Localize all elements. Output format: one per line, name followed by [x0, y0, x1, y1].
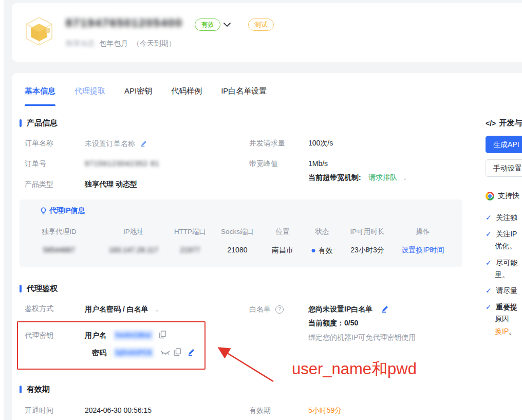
tip-text: 尽可能: [496, 259, 517, 267]
ip-masked: 183.147.28.117: [109, 246, 158, 254]
status-badge: 有效: [195, 19, 220, 31]
order-name-placeholder: 未设置订单名称: [85, 139, 135, 148]
proxy-ip-info-box: 代理IP信息 独享代理ID IP地址 HTTP端口 Socks端口 位置 状态 …: [20, 199, 462, 267]
status-cell: 有效: [312, 246, 333, 255]
sidebar-title-row: </> 开发与: [486, 118, 522, 128]
open-time-label: 开通时间: [25, 406, 53, 415]
whitelist-value-row: 您尚未设置IP白名单: [308, 304, 388, 314]
tip-item: ✓ 关注独: [486, 213, 517, 223]
tip-text: 重要提: [496, 303, 517, 311]
section-product-info: 产品信息: [20, 118, 58, 128]
order-id-title: 8719476501205400: [66, 16, 183, 30]
section-proxy-auth: 代理鉴权: [20, 284, 58, 294]
section-bar: [20, 119, 22, 127]
code-icon: </>: [486, 119, 496, 127]
validity-label: 有效期: [249, 406, 271, 415]
auth-method-value: 用户名密码 / 白名单: [85, 305, 148, 313]
tab-bar: 基本信息 代理提取 API密钥 代码样例 IP白名单设置: [25, 86, 267, 96]
expiry-note: （今天到期）: [133, 39, 176, 48]
tip-line2: 优化。: [495, 242, 516, 251]
order-no-label: 订单号: [25, 159, 46, 169]
status-chevron-down-icon[interactable]: [223, 23, 231, 27]
tip-line2: 原因: [495, 315, 509, 324]
plan-prefix-masked: 独享动态: [66, 39, 95, 48]
order-name-label: 订单名称: [25, 139, 53, 148]
product-cube-icon: [23, 15, 55, 47]
annotation-arrow: [210, 340, 287, 389]
col-duration: IP可用时长: [350, 227, 385, 236]
duration-value: 23小时3分: [350, 246, 384, 255]
edit-order-name-icon[interactable]: [140, 139, 147, 149]
proxy-ip-info-title-text: 代理IP信息: [49, 206, 85, 215]
tab-ip-whitelist[interactable]: IP白名单设置: [221, 86, 267, 96]
tab-api-key[interactable]: API密钥: [124, 86, 152, 96]
bandwidth-label: 带宽峰值: [249, 159, 278, 169]
section-bar: [20, 386, 22, 393]
auth-method-select[interactable]: 用户名密码 / 白名单 ⌄: [85, 304, 159, 314]
tab-proxy-extract[interactable]: 代理提取: [74, 86, 105, 96]
col-proxy-id: 独享代理ID: [42, 227, 77, 236]
concurrency-label: 并发请求量: [249, 139, 285, 148]
tip-item: ✓ 重要提: [486, 302, 517, 312]
tip-text: 请尽量: [496, 286, 517, 295]
tip-line2: 里。: [495, 270, 509, 280]
tab-basic-info[interactable]: 基本信息: [25, 86, 55, 96]
bandwidth-value: 1Mb/s: [308, 159, 328, 168]
browser-support-row: 支持快: [486, 191, 519, 200]
edit-whitelist-icon[interactable]: [381, 305, 388, 314]
open-time-value: 2024-06-30 00:56:15: [85, 406, 152, 414]
tip-item: ✓ 尽可能: [486, 258, 517, 268]
over-bandwidth-chevron-icon[interactable]: ⌄: [403, 175, 407, 181]
validity-value: 5小时59分: [308, 406, 342, 415]
section-title-text: 有效期: [27, 385, 50, 394]
whitelist-label: 白名单: [249, 305, 271, 313]
over-bandwidth-row: 当前超带宽机制: 请求排队 ⌄: [308, 173, 407, 182]
col-status: 状态: [315, 227, 329, 236]
lightbulb-icon: [40, 207, 47, 215]
test-badge: 测试: [248, 19, 274, 31]
http-port-masked: 21977: [180, 246, 200, 254]
section-title-text: 代理鉴权: [27, 284, 58, 294]
tip-item: ✓ 请尽量: [486, 286, 517, 296]
col-socks-port: Socks端口: [221, 227, 254, 236]
tab-code-sample[interactable]: 代码样例: [171, 86, 202, 96]
annotation-text: user_name和pwd: [292, 358, 417, 380]
product-type-label: 产品类型: [25, 180, 53, 189]
product-type-value: 独享代理 动态型: [85, 180, 137, 189]
set-ip-rotation-link[interactable]: 设置换IP时间: [401, 246, 444, 255]
tip-link[interactable]: IP: [510, 230, 517, 238]
check-icon: ✓: [486, 303, 492, 311]
proxy-ip-info-title: 代理IP信息: [40, 206, 85, 215]
check-icon: ✓: [486, 259, 492, 267]
browser-support-text: 支持快: [498, 191, 519, 200]
tip-line3-tail: 。: [509, 327, 516, 335]
tip-text: 关注: [496, 230, 510, 238]
generate-api-button[interactable]: 生成API: [486, 136, 522, 153]
col-http-port: HTTP端口: [174, 227, 206, 236]
tip-line3: 换IP。: [495, 326, 516, 336]
section-validity: 有效期: [20, 385, 50, 394]
tip-link[interactable]: 独: [510, 213, 517, 222]
chrome-icon: [486, 192, 494, 200]
col-location: 位置: [276, 227, 290, 236]
socks-port-value: 21080: [228, 246, 248, 254]
whitelist-label-row: 白名单 ?: [249, 304, 284, 314]
check-icon: ✓: [486, 213, 492, 222]
tip-text: 关注: [496, 213, 510, 222]
order-no-value-masked: 97156123042352 81: [85, 159, 159, 168]
manual-setup-button[interactable]: 手动设置: [486, 159, 522, 177]
location-value: 南昌市: [272, 246, 293, 255]
col-ip: IP地址: [123, 227, 144, 236]
check-icon: ✓: [486, 230, 492, 238]
plan-text: 包年包月: [99, 39, 128, 48]
auth-method-chevron-icon: ⌄: [155, 306, 159, 313]
whitelist-help-icon[interactable]: ?: [275, 305, 284, 314]
order-name-value: 未设置订单名称: [85, 139, 147, 149]
status-text: 有效: [319, 246, 333, 254]
auth-method-label: 鉴权方式: [25, 304, 53, 314]
sidebar-divider: [477, 105, 477, 420]
col-action: 操作: [416, 227, 430, 236]
over-bandwidth-value[interactable]: 请求排队: [368, 173, 397, 181]
annotation-rectangle: [17, 321, 206, 370]
change-ip-link[interactable]: 换IP: [495, 327, 509, 335]
